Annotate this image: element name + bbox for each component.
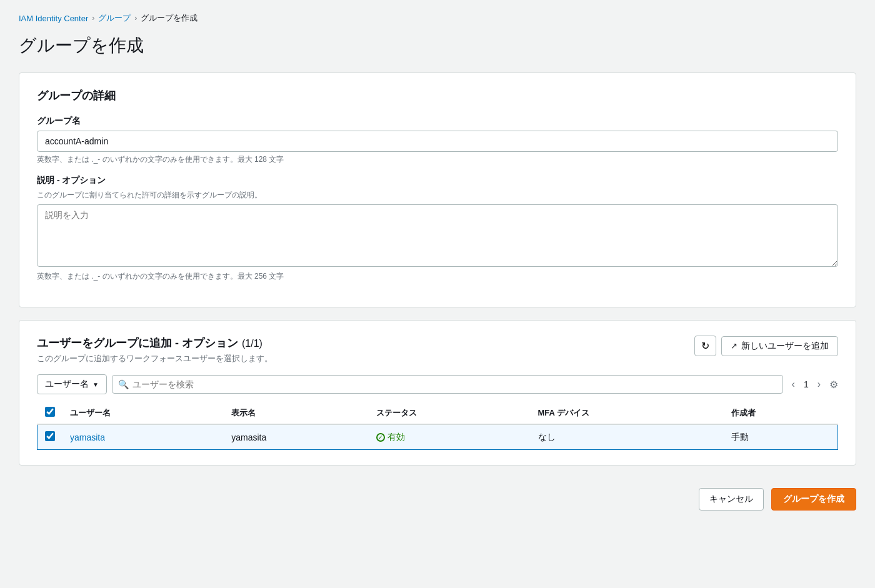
description-field: 説明 - オプション このグループに割り当てられた許可の詳細を示すグループの説明… <box>37 175 838 282</box>
status-text: 有効 <box>388 432 405 443</box>
filter-bar: ユーザー名 ▼ 🔍 ‹ 1 › ⚙ <box>37 374 838 394</box>
description-label: 説明 - オプション <box>37 175 838 186</box>
users-section-title-block: ユーザーをグループに追加 - オプション (1/1) このグループに追加するワー… <box>37 336 272 364</box>
dropdown-arrow-icon: ▼ <box>92 381 99 388</box>
users-section-subtitle: このグループに追加するワークフォースユーザーを選択します。 <box>37 353 272 364</box>
refresh-button[interactable]: ↻ <box>694 336 716 356</box>
pagination-current: 1 <box>804 379 809 389</box>
col-status: ステータス <box>369 402 530 424</box>
username-link[interactable]: yamasita <box>70 432 105 442</box>
table-body: yamasita yamasita ✓ 有効 なし 手動 <box>38 424 838 450</box>
table-header: ユーザー名 表示名 ステータス MFA デバイス 作成者 <box>38 402 838 424</box>
group-name-label: グループ名 <box>37 116 838 127</box>
row-checkbox[interactable] <box>45 431 55 441</box>
mfa-cell: なし <box>531 424 724 450</box>
cancel-button[interactable]: キャンセル <box>699 488 764 511</box>
breadcrumb-separator-1: › <box>92 14 94 22</box>
breadcrumb-groups-link[interactable]: グループ <box>98 12 131 24</box>
group-name-hint: 英数字、または ._- のいずれかの文字のみを使用できます。最大 128 文字 <box>37 154 838 165</box>
users-count-label: (1/1) <box>242 338 262 349</box>
search-icon: 🔍 <box>118 379 129 389</box>
breadcrumb-separator-2: › <box>134 14 137 22</box>
breadcrumb-current: グループを作成 <box>141 12 198 24</box>
description-hint-above: このグループに割り当てられた許可の詳細を示すグループの説明。 <box>37 190 838 201</box>
users-section-title: ユーザーをグループに追加 - オプション <box>37 336 238 351</box>
username-filter-dropdown[interactable]: ユーザー名 ▼ <box>37 374 107 394</box>
breadcrumb-iam-link[interactable]: IAM Identity Center <box>19 14 88 23</box>
col-created-by: 作成者 <box>724 402 838 424</box>
filter-label: ユーザー名 <box>45 379 89 390</box>
page-title: グループを作成 <box>19 34 856 57</box>
add-user-button[interactable]: ↗ 新しいユーザーを追加 <box>721 336 838 356</box>
status-active-icon: ✓ <box>376 433 385 442</box>
users-section-actions: ↻ ↗ 新しいユーザーを追加 <box>694 336 838 356</box>
users-card: ユーザーをグループに追加 - オプション (1/1) このグループに追加するワー… <box>19 320 856 466</box>
col-mfa: MFA デバイス <box>531 402 724 424</box>
group-details-card: グループの詳細 グループ名 英数字、または ._- のいずれかの文字のみを使用で… <box>19 72 856 307</box>
col-display-name: 表示名 <box>224 402 369 424</box>
table-settings-icon[interactable]: ⚙ <box>829 379 838 391</box>
pagination-prev-button[interactable]: ‹ <box>788 377 799 391</box>
breadcrumb: IAM Identity Center › グループ › グループを作成 <box>19 12 856 24</box>
footer-actions: キャンセル グループを作成 <box>19 478 856 511</box>
user-search-input[interactable] <box>112 375 783 394</box>
select-all-checkbox[interactable] <box>45 407 55 417</box>
created-by-cell: 手動 <box>724 424 838 450</box>
pagination-next-button[interactable]: › <box>814 377 824 391</box>
table-row: yamasita yamasita ✓ 有効 なし 手動 <box>38 424 838 450</box>
external-link-icon: ↗ <box>731 341 738 351</box>
col-username: ユーザー名 <box>62 402 224 424</box>
group-name-input[interactable] <box>37 131 838 152</box>
users-section-header: ユーザーをグループに追加 - オプション (1/1) このグループに追加するワー… <box>37 336 838 364</box>
group-name-field: グループ名 英数字、または ._- のいずれかの文字のみを使用できます。最大 1… <box>37 116 838 165</box>
refresh-icon: ↻ <box>701 340 709 352</box>
description-hint-below: 英数字、または ._- のいずれかの文字のみを使用できます。最大 256 文字 <box>37 271 838 282</box>
description-input[interactable] <box>37 204 838 267</box>
search-container: 🔍 <box>112 375 783 394</box>
create-group-button[interactable]: グループを作成 <box>771 488 856 511</box>
pagination-area: ‹ 1 › ⚙ <box>788 377 838 391</box>
status-badge: ✓ 有効 <box>376 432 405 443</box>
display-name-cell: yamasita <box>224 424 369 450</box>
users-table: ユーザー名 表示名 ステータス MFA デバイス 作成者 yamasita ya… <box>37 402 838 450</box>
group-details-title: グループの詳細 <box>37 88 838 103</box>
